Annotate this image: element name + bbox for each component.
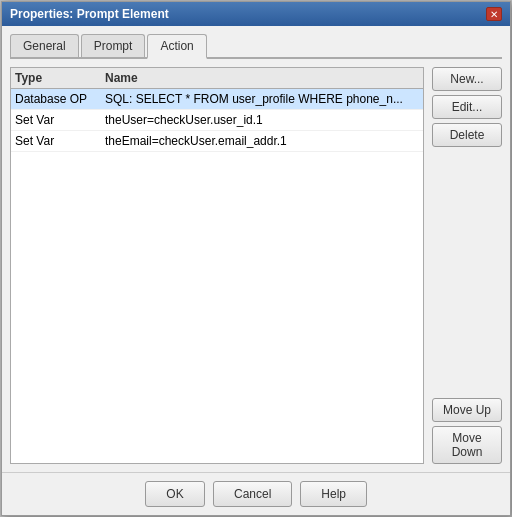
table-body: Database OP SQL: SELECT * FROM user_prof…: [11, 89, 423, 463]
new-button[interactable]: New...: [432, 67, 502, 91]
table-row[interactable]: Set Var theUser=checkUser.user_id.1: [11, 110, 423, 131]
col-header-name: Name: [105, 71, 419, 85]
table-row[interactable]: Database OP SQL: SELECT * FROM user_prof…: [11, 89, 423, 110]
cell-type: Set Var: [15, 113, 105, 127]
table-row[interactable]: Set Var theEmail=checkUser.email_addr.1: [11, 131, 423, 152]
cell-type: Database OP: [15, 92, 105, 106]
action-table: Type Name Database OP SQL: SELECT * FROM…: [10, 67, 424, 464]
delete-button[interactable]: Delete: [432, 123, 502, 147]
properties-dialog: Properties: Prompt Element ✕ General Pro…: [1, 1, 511, 516]
col-header-type: Type: [15, 71, 105, 85]
tab-prompt[interactable]: Prompt: [81, 34, 146, 57]
tab-action[interactable]: Action: [147, 34, 206, 59]
tab-general[interactable]: General: [10, 34, 79, 57]
edit-button[interactable]: Edit...: [432, 95, 502, 119]
window-title: Properties: Prompt Element: [10, 7, 169, 21]
spacer: [432, 151, 502, 394]
bottom-bar: OK Cancel Help: [2, 472, 510, 515]
title-bar: Properties: Prompt Element ✕: [2, 2, 510, 26]
cell-name: SQL: SELECT * FROM user_profile WHERE ph…: [105, 92, 419, 106]
cell-name: theUser=checkUser.user_id.1: [105, 113, 419, 127]
tab-bar: General Prompt Action: [10, 34, 502, 59]
content-area: Type Name Database OP SQL: SELECT * FROM…: [10, 67, 502, 464]
cell-name: theEmail=checkUser.email_addr.1: [105, 134, 419, 148]
ok-button[interactable]: OK: [145, 481, 205, 507]
move-down-button[interactable]: Move Down: [432, 426, 502, 464]
cell-type: Set Var: [15, 134, 105, 148]
action-buttons: New... Edit... Delete Move Up Move Down: [432, 67, 502, 464]
table-header: Type Name: [11, 68, 423, 89]
help-button[interactable]: Help: [300, 481, 367, 507]
move-up-button[interactable]: Move Up: [432, 398, 502, 422]
close-button[interactable]: ✕: [486, 7, 502, 21]
window-body: General Prompt Action Type Name Database…: [2, 26, 510, 472]
cancel-button[interactable]: Cancel: [213, 481, 292, 507]
